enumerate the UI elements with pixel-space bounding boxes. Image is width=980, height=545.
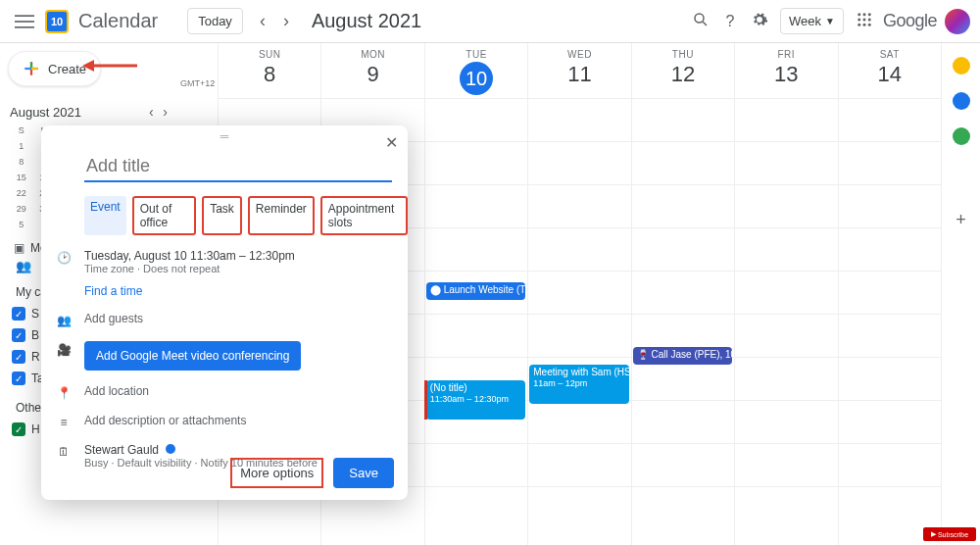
organizer-name: Stewart Gauld	[84, 443, 159, 457]
event-when-line[interactable]: Tuesday, August 10 11:30am – 12:30pm	[84, 249, 295, 263]
tab-out-of-office[interactable]: Out of office	[132, 196, 196, 235]
checkbox-icon[interactable]: ✓	[12, 307, 25, 321]
svg-line-4	[703, 22, 707, 25]
event-when-sub: Time zone · Does not repeat	[84, 263, 295, 274]
hamburger-icon[interactable]	[10, 12, 39, 31]
event-chip[interactable]: Meeting with Sam (HST11am – 12pm	[529, 365, 628, 404]
svg-point-13	[868, 24, 871, 26]
calendar-logo-icon: 10	[45, 10, 69, 33]
add-meet-button[interactable]: Add Google Meet video conferencing	[84, 341, 301, 371]
event-chip[interactable]: ⬤ Launch Website (TS	[426, 282, 525, 300]
next-week-icon[interactable]: ›	[276, 11, 296, 31]
timezone-label: GMT+12	[180, 43, 218, 98]
description-icon: ≡	[55, 416, 73, 429]
help-icon[interactable]: ?	[715, 13, 745, 30]
svg-point-11	[858, 24, 860, 26]
calendar-list-label: S	[31, 307, 39, 321]
settings-gear-icon[interactable]	[745, 11, 774, 32]
mini-next-icon[interactable]: ›	[160, 104, 171, 120]
popup-drag-handle-icon[interactable]: ═	[41, 125, 408, 143]
day-header[interactable]: FRI13	[734, 43, 837, 98]
location-pin-icon: 📍	[55, 386, 73, 400]
event-icon: 🍷	[637, 349, 649, 360]
mini-month-label: August 2021	[10, 105, 81, 120]
event-chip[interactable]: 🍷 Call Jase (PFE), 10:3	[633, 347, 732, 365]
annotation-arrow-icon	[82, 57, 137, 77]
checkbox-icon[interactable]: ✓	[12, 328, 25, 342]
youtube-icon: ▶	[931, 530, 936, 538]
day-column[interactable]	[424, 98, 527, 545]
create-button-label: Create	[48, 62, 86, 76]
app-title: Calendar	[78, 10, 158, 32]
mini-prev-icon[interactable]: ‹	[146, 104, 157, 120]
event-chip[interactable]: (No title)11:30am – 12:30pm	[426, 380, 525, 420]
tab-reminder[interactable]: Reminder	[248, 196, 315, 235]
prev-week-icon[interactable]: ‹	[253, 11, 272, 31]
apps-grid-icon[interactable]	[850, 11, 879, 31]
people-icon: 👥	[55, 314, 73, 327]
svg-point-10	[868, 19, 871, 22]
clock-icon: 🕑	[55, 251, 73, 265]
keep-icon[interactable]	[953, 57, 970, 74]
day-column[interactable]	[838, 98, 941, 545]
day-header[interactable]: SUN8	[218, 43, 320, 98]
avatar[interactable]	[945, 9, 970, 34]
checkbox-icon[interactable]: ✓	[12, 422, 25, 436]
svg-point-8	[858, 19, 860, 22]
tab-appointment-slots[interactable]: Appointment slots	[320, 196, 408, 235]
calendar-list-label: H	[31, 422, 40, 436]
search-icon[interactable]	[686, 11, 715, 32]
day-header[interactable]: WED11	[527, 43, 630, 98]
calendar-color-dot-icon	[166, 444, 175, 454]
add-location-field[interactable]: Add location	[84, 384, 149, 398]
meet-camera-icon: ▣	[14, 241, 24, 255]
tasks-icon[interactable]	[953, 92, 970, 110]
day-header[interactable]: SAT14	[838, 43, 941, 98]
svg-rect-1	[15, 21, 34, 23]
view-selector-label: Week	[789, 14, 821, 28]
day-column[interactable]	[734, 98, 837, 545]
svg-point-5	[858, 13, 860, 16]
day-header[interactable]: TUE10	[424, 43, 527, 98]
svg-rect-2	[15, 26, 34, 28]
close-icon[interactable]: ✕	[385, 133, 398, 152]
day-header[interactable]: MON9	[320, 43, 423, 98]
checkbox-icon[interactable]: ✓	[12, 372, 25, 385]
svg-rect-0	[15, 15, 34, 17]
svg-point-7	[868, 13, 871, 16]
chevron-down-icon: ▼	[825, 16, 835, 26]
find-a-time-link[interactable]: Find a time	[84, 284, 295, 298]
add-description-field[interactable]: Add description or attachments	[84, 414, 246, 427]
more-options-button[interactable]: More options	[230, 458, 323, 488]
tab-task[interactable]: Task	[202, 196, 242, 235]
add-guests-field[interactable]: Add guests	[84, 312, 143, 325]
calendar-list-label: R	[31, 350, 40, 364]
event-icon: ⬤	[430, 284, 441, 295]
view-selector[interactable]: Week ▼	[780, 8, 844, 34]
side-panel: +	[941, 43, 980, 545]
checkbox-icon[interactable]: ✓	[12, 350, 25, 364]
day-column[interactable]	[631, 98, 734, 545]
youtube-subscribe-badge[interactable]: ▶ Subscribe	[923, 527, 976, 541]
svg-point-6	[862, 13, 865, 16]
svg-point-12	[862, 24, 865, 26]
maps-icon[interactable]	[953, 127, 970, 145]
event-title-input[interactable]	[84, 155, 392, 182]
quick-create-popup: ═ ✕ Event Out of office Task Reminder Ap…	[41, 125, 408, 500]
app-header: 10 Calendar Today ‹ › August 2021 ? Week…	[0, 0, 980, 43]
google-logo: Google	[883, 11, 937, 31]
today-button[interactable]: Today	[187, 8, 243, 34]
add-panel-icon[interactable]: +	[956, 210, 966, 230]
current-month-label: August 2021	[312, 10, 421, 32]
svg-point-9	[862, 19, 865, 22]
svg-marker-19	[82, 60, 94, 72]
youtube-subscribe-label: Subscribe	[938, 531, 968, 538]
calendar-icon: 🗓	[55, 445, 73, 459]
svg-point-3	[695, 14, 704, 23]
save-button[interactable]: Save	[333, 458, 394, 488]
meet-video-icon: 🎥	[55, 343, 73, 357]
day-header[interactable]: THU12	[631, 43, 734, 98]
plus-icon	[23, 60, 40, 77]
tab-event[interactable]: Event	[84, 196, 126, 235]
day-column[interactable]	[527, 98, 630, 545]
